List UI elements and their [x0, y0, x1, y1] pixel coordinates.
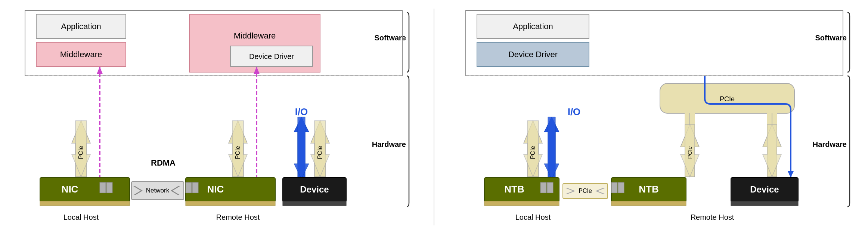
- diagrams-container: Software Hardware Application Middleware…: [0, 0, 868, 234]
- io-label-right: I/O: [568, 106, 581, 117]
- sw-label-left: Software: [375, 34, 406, 42]
- middleware-box-remote: Middleware: [234, 31, 276, 40]
- svg-rect-19: [100, 182, 106, 193]
- device-driver-right: Device Driver: [508, 50, 558, 59]
- network-label: Network: [146, 187, 170, 194]
- svg-rect-58: [618, 182, 624, 193]
- svg-rect-25: [186, 178, 275, 202]
- svg-rect-57: [611, 182, 617, 193]
- remote-host-label: Remote Host: [216, 213, 260, 221]
- rdma-diagram: Software Hardware Application Middleware…: [18, 5, 410, 229]
- svg-rect-27: [192, 182, 198, 193]
- svg-rect-59: [611, 201, 686, 206]
- rdma-diagram-svg: Software Hardware Application Middleware…: [18, 5, 410, 229]
- svg-marker-48: [763, 124, 781, 177]
- io-label: I/O: [295, 106, 308, 117]
- hw-label-left: Hardware: [372, 140, 406, 148]
- diagram-divider: [434, 9, 434, 225]
- pcie-label-3: PCIe: [317, 146, 323, 159]
- svg-marker-17: [294, 117, 309, 179]
- nic-card-remote: NIC: [207, 184, 224, 195]
- local-host-label-right: Local Host: [515, 213, 551, 221]
- svg-rect-52: [484, 201, 559, 206]
- svg-rect-21: [40, 201, 130, 206]
- ntb-card-remote: NTB: [639, 184, 658, 195]
- nic-card-local: NIC: [62, 184, 78, 195]
- pcie-label-1: PCIe: [78, 146, 84, 159]
- middleware-box-left: Middleware: [60, 50, 102, 59]
- app-box-left: Application: [61, 22, 101, 31]
- svg-rect-28: [186, 201, 275, 206]
- device-card-right: Device: [750, 184, 779, 194]
- remote-host-label-right: Remote Host: [691, 213, 734, 221]
- svg-rect-61: [731, 201, 798, 206]
- pcie-label-right-2: PCIe: [686, 146, 693, 158]
- pcie-between-ntb: PCIe: [579, 188, 592, 194]
- svg-marker-44: [788, 171, 794, 178]
- ntb-diagram-svg: Software Hardware Application Device Dri…: [458, 5, 850, 229]
- pcie-label-right-1: PCIe: [530, 146, 536, 159]
- rdma-label: RDMA: [151, 158, 176, 167]
- app-box-right: Application: [513, 22, 553, 31]
- local-host-label: Local Host: [63, 213, 99, 221]
- hw-label-right: Hardware: [813, 140, 847, 148]
- ntb-diagram: Software Hardware Application Device Dri…: [458, 5, 850, 229]
- svg-rect-18: [40, 178, 130, 202]
- sw-label-right: Software: [815, 34, 847, 42]
- device-card: Device: [300, 184, 329, 194]
- svg-marker-9: [97, 67, 103, 74]
- device-driver-box: Device Driver: [249, 52, 294, 61]
- ntb-card-local: NTB: [504, 184, 524, 195]
- pcie-label-2: PCIe: [235, 146, 241, 159]
- svg-rect-30: [283, 201, 346, 206]
- svg-rect-50: [540, 182, 546, 193]
- svg-rect-51: [547, 182, 553, 193]
- svg-rect-26: [186, 182, 192, 193]
- svg-marker-38: [544, 117, 559, 179]
- pcie-top-label: PCIe: [720, 95, 735, 103]
- svg-rect-20: [106, 182, 112, 193]
